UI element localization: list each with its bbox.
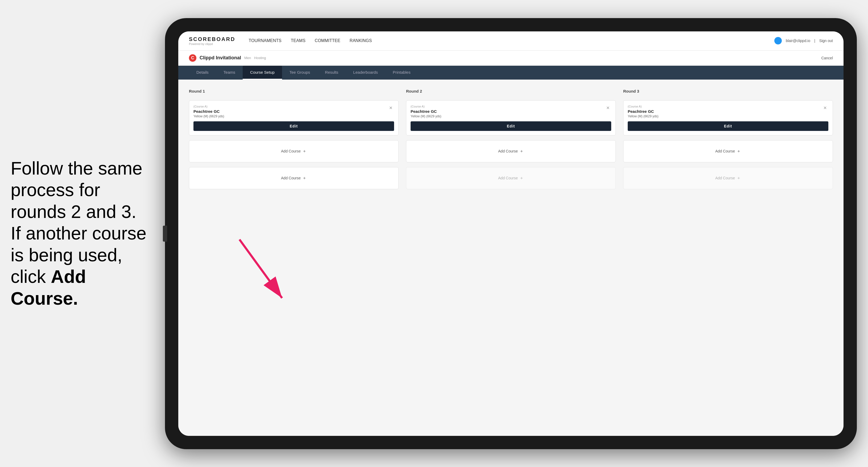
tab-tee-groups[interactable]: Tee Groups: [282, 66, 318, 80]
add-course-text-r1-1: Add Course ＋: [281, 149, 307, 154]
round-1-delete-icon[interactable]: ✕: [388, 105, 394, 111]
course-card-header: (Course A) Peachtree GC Yellow (M) (6629…: [193, 105, 394, 121]
cancel-button[interactable]: Cancel: [821, 56, 833, 60]
nav-link-tournaments[interactable]: TOURNAMENTS: [249, 38, 281, 43]
round-1-edit-button[interactable]: Edit: [193, 121, 394, 131]
logo-area: SCOREBOARD Powered by clippd: [189, 36, 235, 45]
tab-details[interactable]: Details: [189, 66, 216, 80]
round-3-delete-icon[interactable]: ✕: [822, 105, 828, 111]
instruction-line3: rounds 2 and 3.: [11, 201, 136, 222]
tab-course-setup[interactable]: Course Setup: [243, 66, 282, 80]
sub-header-left: C Clippd Invitational Men Hosting: [189, 54, 266, 62]
page-container: Follow the same process for rounds 2 and…: [0, 0, 868, 467]
round-3-course-name: Peachtree GC: [628, 109, 822, 114]
instruction-line4: If another course: [11, 223, 146, 244]
main-content: Round 1 (Course A) Peachtree GC Yellow (…: [178, 80, 843, 436]
round-1-add-course-2[interactable]: Add Course ＋: [189, 167, 399, 189]
tab-teams[interactable]: Teams: [216, 66, 243, 80]
instruction-line6: click: [11, 267, 51, 287]
tab-printables[interactable]: Printables: [385, 66, 418, 80]
user-email: blair@clippd.io: [786, 39, 810, 43]
round-3-add-course-1[interactable]: Add Course ＋: [623, 140, 833, 162]
instruction-line1: Follow the same: [11, 158, 142, 178]
tab-results[interactable]: Results: [317, 66, 346, 80]
round-1-add-course-1[interactable]: Add Course ＋: [189, 140, 399, 162]
round-1-course-name: Peachtree GC: [193, 109, 388, 114]
round-2-add-course-1[interactable]: Add Course ＋: [406, 140, 616, 162]
course-card-info-r3: (Course A) Peachtree GC Yellow (M) (6629…: [628, 105, 822, 121]
add-course-text-r3-2: Add Course ＋: [715, 175, 741, 181]
round-1-course-card: (Course A) Peachtree GC Yellow (M) (6629…: [189, 100, 399, 135]
nav-link-rankings[interactable]: RANKINGS: [350, 38, 372, 43]
round-3-title: Round 3: [623, 89, 833, 93]
user-avatar: [774, 37, 782, 44]
tournament-name: Clippd Invitational: [199, 55, 241, 61]
round-1-course-label: (Course A): [193, 105, 388, 108]
round-3-column: Round 3 (Course A) Peachtree GC Yellow (…: [623, 89, 833, 189]
round-3-course-detail: Yellow (M) (6629 yds): [628, 115, 822, 118]
round-1-column: Round 1 (Course A) Peachtree GC Yellow (…: [189, 89, 399, 189]
add-course-text-r2-1: Add Course ＋: [498, 149, 524, 154]
nav-left: SCOREBOARD Powered by clippd TOURNAMENTS…: [189, 36, 372, 45]
instruction-line2: process for: [11, 180, 100, 200]
plus-icon-r3-2: ＋: [737, 175, 741, 181]
round-3-course-card: (Course A) Peachtree GC Yellow (M) (6629…: [623, 100, 833, 135]
round-2-delete-icon[interactable]: ✕: [604, 105, 611, 111]
round-3-edit-button[interactable]: Edit: [628, 121, 828, 131]
add-course-text-r1-2: Add Course ＋: [281, 175, 307, 181]
course-card-info: (Course A) Peachtree GC Yellow (M) (6629…: [193, 105, 388, 121]
round-1-title: Round 1: [189, 89, 399, 93]
top-nav: SCOREBOARD Powered by clippd TOURNAMENTS…: [178, 31, 843, 51]
tab-leaderboards[interactable]: Leaderboards: [346, 66, 385, 80]
tab-bar: Details Teams Course Setup Tee Groups Re…: [178, 66, 843, 80]
sign-out-link[interactable]: Sign out: [819, 39, 833, 43]
plus-icon-r2-1: ＋: [519, 149, 524, 154]
round-2-course-detail: Yellow (M) (6629 yds): [411, 115, 604, 118]
plus-icon-r1-1: ＋: [302, 149, 307, 154]
logo-title: SCOREBOARD: [189, 36, 235, 42]
round-2-add-course-2: Add Course ＋: [406, 167, 616, 189]
round-3-course-label: (Course A): [628, 105, 822, 108]
instruction-text: Follow the same process for rounds 2 and…: [0, 147, 165, 320]
round-2-edit-button[interactable]: Edit: [411, 121, 611, 131]
nav-right: blair@clippd.io | Sign out: [774, 37, 833, 44]
course-card-header-r3: (Course A) Peachtree GC Yellow (M) (6629…: [628, 105, 828, 121]
separator: |: [814, 39, 815, 43]
instruction-line5: is being used,: [11, 245, 122, 265]
round-2-title: Round 2: [406, 89, 616, 93]
sub-header: C Clippd Invitational Men Hosting Cancel: [178, 51, 843, 66]
nav-link-committee[interactable]: COMMITTEE: [315, 38, 340, 43]
plus-icon-r2-2: ＋: [519, 175, 524, 181]
tablet-device: SCOREBOARD Powered by clippd TOURNAMENTS…: [165, 18, 857, 449]
hosting-badge: Hosting: [254, 56, 266, 60]
round-2-course-card: (Course A) Peachtree GC Yellow (M) (6629…: [406, 100, 616, 135]
logo-subtitle: Powered by clippd: [189, 42, 235, 45]
course-card-header-r2: (Course A) Peachtree GC Yellow (M) (6629…: [411, 105, 611, 121]
round-2-course-name: Peachtree GC: [411, 109, 604, 114]
men-tag: Men: [244, 56, 251, 60]
clippd-logo: C: [189, 54, 196, 62]
add-course-text-r2-2: Add Course ＋: [498, 175, 524, 181]
round-3-add-course-2: Add Course ＋: [623, 167, 833, 189]
nav-links: TOURNAMENTS TEAMS COMMITTEE RANKINGS: [249, 38, 372, 43]
course-card-info-r2: (Course A) Peachtree GC Yellow (M) (6629…: [411, 105, 604, 121]
round-1-course-detail: Yellow (M) (6629 yds): [193, 115, 388, 118]
plus-icon-r3-1: ＋: [737, 149, 741, 154]
add-course-text-r3-1: Add Course ＋: [715, 149, 741, 154]
rounds-grid: Round 1 (Course A) Peachtree GC Yellow (…: [189, 89, 833, 189]
round-2-column: Round 2 (Course A) Peachtree GC Yellow (…: [406, 89, 616, 189]
tablet-screen: SCOREBOARD Powered by clippd TOURNAMENTS…: [178, 31, 843, 436]
plus-icon-r1-2: ＋: [302, 175, 307, 181]
tablet-side-button: [163, 226, 167, 242]
round-2-course-label: (Course A): [411, 105, 604, 108]
nav-link-teams[interactable]: TEAMS: [291, 38, 306, 43]
